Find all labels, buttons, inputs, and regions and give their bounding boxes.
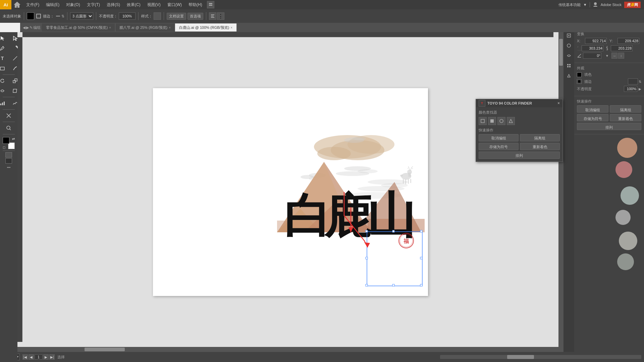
cf-icon-2[interactable] — [488, 117, 496, 125]
menu-help[interactable]: 帮助(H) — [185, 0, 206, 9]
workspace-dropdown-icon[interactable]: ▼ — [583, 3, 587, 7]
cf-icon-1[interactable] — [479, 117, 487, 125]
menu-select[interactable]: 选择(S) — [103, 0, 123, 9]
swap-colors-icon[interactable]: ⇄ — [12, 137, 15, 141]
y-input[interactable] — [618, 38, 639, 44]
selection-tools — [0, 34, 21, 43]
toolbar-doc-settings-btn[interactable]: 文档设置 — [167, 13, 186, 20]
panel-icon-2[interactable] — [565, 32, 573, 40]
toolbar-align-btn2[interactable]: ⋮ — [217, 12, 224, 20]
menu-text[interactable]: 文字(T) — [84, 0, 103, 9]
stroke-input[interactable] — [628, 78, 638, 84]
h-input[interactable] — [611, 45, 633, 51]
pencil-tool-left[interactable] — [9, 44, 21, 53]
transform-tool[interactable] — [9, 86, 21, 96]
page-last-btn[interactable]: ▶| — [49, 354, 55, 360]
opacity-input[interactable] — [624, 86, 637, 92]
scrollbar-vertical[interactable] — [558, 32, 564, 352]
chart-tool[interactable] — [9, 99, 21, 108]
link-constraint-icon[interactable] — [605, 46, 609, 51]
transform-dropdown-icon[interactable]: ▼ — [605, 54, 609, 58]
panel-icon-6[interactable] — [565, 72, 573, 80]
menu-file[interactable]: 文件(F) — [23, 0, 43, 9]
home-icon[interactable] — [13, 1, 21, 9]
toolbar-stroke-arrows[interactable]: ⇅ — [61, 14, 64, 18]
cf-icon-3[interactable] — [497, 117, 505, 125]
h-scrollbar-thumb[interactable] — [507, 355, 534, 359]
toolbar-style-swatch[interactable] — [154, 12, 161, 20]
workspace-icon[interactable] — [207, 1, 214, 8]
tab-edit-icon[interactable]: ✎ — [30, 25, 33, 30]
cf-icon-4[interactable] — [507, 117, 515, 125]
warp-tool[interactable] — [0, 86, 8, 96]
menu-view[interactable]: 视图(V) — [144, 0, 164, 9]
menu-edit[interactable]: 编辑(E) — [43, 0, 63, 9]
tool-status: 选择 — [57, 355, 65, 360]
arrange-btn[interactable]: 排列 — [577, 123, 641, 130]
panel-icon-5[interactable] — [565, 62, 573, 70]
isolate-group-btn[interactable]: 隔离组 — [610, 105, 641, 113]
ungroup-btn[interactable]: 取消编组 — [577, 105, 608, 113]
type-tool[interactable]: T — [0, 54, 8, 63]
toolbar-align-btn[interactable] — [209, 12, 216, 20]
selection-tool[interactable] — [0, 34, 8, 43]
tab-close-2[interactable]: × — [230, 26, 232, 29]
rect-tool[interactable] — [0, 64, 8, 73]
page-input[interactable] — [35, 354, 43, 360]
adobe-stock-link[interactable]: Adobe Stock — [601, 3, 622, 7]
x-input[interactable] — [585, 38, 607, 44]
menu-effect[interactable]: 效果(C) — [123, 0, 144, 9]
line-tool[interactable] — [9, 54, 21, 63]
cf-save-symbol-btn[interactable]: 存储为符号 — [479, 143, 519, 150]
cf-arrange-btn[interactable]: 排列 — [479, 152, 560, 159]
recolor-btn[interactable]: 重新着色 — [610, 114, 641, 121]
stroke-swatch[interactable] — [577, 79, 582, 84]
toolbar-opacity-input[interactable] — [119, 12, 136, 20]
flip-v-btn[interactable]: ↕ — [618, 53, 624, 59]
menu-object[interactable]: 对象(O) — [63, 0, 83, 9]
tab-linglingshi[interactable]: 零零食品加工.ai @ 50% (CMYK/预览) × — [42, 23, 115, 32]
h-scrollbar-status[interactable] — [440, 355, 641, 359]
flip-h-btn[interactable]: ↔ — [611, 53, 618, 59]
pen-tool[interactable] — [0, 44, 8, 53]
graph-tool[interactable] — [0, 99, 8, 108]
outline-view-btn[interactable] — [5, 158, 12, 164]
cf-recolor-btn[interactable]: 重新着色 — [520, 143, 560, 150]
toolbar-point-select[interactable]: 3 点圆形 — [70, 12, 93, 20]
toolbar-first-btn[interactable]: 首选项 — [187, 13, 203, 20]
toolbar-fill-swatch[interactable] — [27, 12, 34, 20]
svg-rect-52 — [420, 230, 422, 232]
page-prev-btn[interactable]: ◀ — [29, 354, 34, 360]
rotate-tool[interactable] — [0, 76, 8, 85]
tab-bailushan[interactable]: 白鹿山.ai @ 100% (RGB/预览) × — [175, 23, 237, 32]
w-input[interactable] — [582, 45, 603, 51]
fg-color-swatch[interactable] — [3, 137, 9, 144]
opacity-expand-btn[interactable]: ▶ — [639, 87, 641, 91]
tab-close-1[interactable]: × — [169, 26, 171, 29]
default-colors-icon[interactable]: ◻ — [3, 145, 5, 149]
paintbrush-tool[interactable] — [9, 64, 21, 73]
tab-lababjie[interactable]: 腊八节.ai @ 25% (RGB/预览) × — [115, 23, 175, 32]
svg-rect-8 — [15, 46, 18, 49]
more-tools-btn[interactable]: ••• — [7, 166, 11, 169]
panel-icon-4[interactable] — [565, 52, 573, 60]
normal-view-btn[interactable] — [5, 152, 12, 158]
cf-isolate-btn[interactable]: 隔离组 — [520, 134, 560, 141]
cf-ungroup-btn[interactable]: 取消编组 — [479, 134, 519, 141]
direct-selection-tool[interactable] — [9, 34, 21, 43]
slice-tool[interactable] — [3, 111, 15, 120]
save-symbol-btn[interactable]: 存储为符号 — [577, 114, 608, 121]
fill-color-swatch[interactable] — [577, 72, 582, 77]
panel-icon-3[interactable] — [565, 42, 573, 50]
nav-back-icon[interactable]: ◀ — [23, 25, 25, 30]
color-finder-close-btn[interactable]: × — [557, 101, 560, 106]
nav-forward-icon[interactable]: ▶ — [26, 25, 29, 30]
menu-window[interactable]: 窗口(W) — [164, 0, 185, 9]
scale-tool[interactable] — [9, 76, 21, 85]
angle-input[interactable] — [583, 53, 601, 59]
scrollbar-horizontal[interactable] — [17, 347, 558, 352]
zoom-tool[interactable] — [3, 123, 15, 133]
page-first-btn[interactable]: |◀ — [22, 354, 28, 360]
page-next-btn[interactable]: ▶ — [43, 354, 49, 360]
tab-close-0[interactable]: × — [109, 26, 111, 29]
